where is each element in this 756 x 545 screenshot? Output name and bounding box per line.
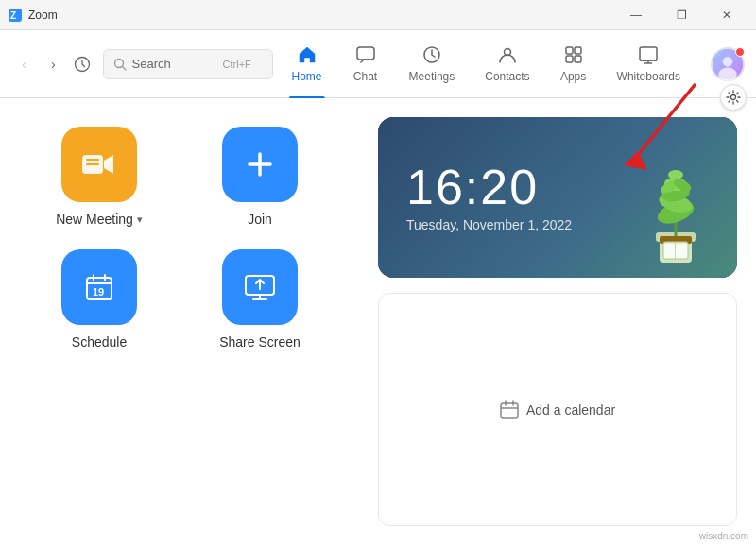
new-meeting-item[interactable]: New Meeting ▾ — [38, 127, 161, 227]
settings-gear-button[interactable] — [720, 84, 747, 111]
tab-meetings-label: Meetings — [409, 70, 455, 83]
app-icon: Z — [8, 8, 23, 23]
share-screen-label: Share Screen — [219, 334, 301, 349]
svg-text:19: 19 — [93, 286, 104, 298]
calendar-icon — [500, 400, 519, 419]
dropdown-arrow-icon: ▾ — [137, 213, 143, 226]
whiteboards-icon — [638, 44, 659, 68]
svg-rect-5 — [357, 47, 374, 60]
svg-point-50 — [731, 95, 736, 100]
avatar[interactable] — [711, 47, 745, 81]
tab-contacts-label: Contacts — [485, 70, 529, 83]
home-icon — [297, 44, 318, 68]
svg-line-4 — [122, 66, 126, 70]
right-panel: 16:20 Tuesday, November 1, 2022 — [359, 98, 756, 545]
new-meeting-label: New Meeting ▾ — [56, 212, 143, 227]
search-input[interactable] — [132, 57, 217, 71]
join-label: Join — [248, 212, 272, 227]
left-panel: New Meeting ▾ Join — [0, 98, 359, 545]
join-item[interactable]: Join — [198, 127, 321, 227]
chat-icon — [355, 44, 376, 68]
close-button[interactable]: ✕ — [705, 0, 748, 30]
svg-rect-10 — [566, 56, 573, 62]
clock-widget: 16:20 Tuesday, November 1, 2022 — [378, 117, 737, 278]
svg-rect-21 — [86, 163, 99, 165]
tab-chat[interactable]: Chat — [337, 30, 394, 98]
nav-tabs: Home Chat Meetings — [277, 30, 696, 98]
app-title: Zoom — [28, 9, 614, 22]
toolbar: ‹ › Ctrl+F Home — [0, 30, 756, 98]
tab-contacts[interactable]: Contacts — [470, 30, 544, 98]
tab-home-label: Home — [292, 70, 322, 83]
contacts-icon — [497, 44, 518, 68]
title-bar: Z Zoom — ❐ ✕ — [0, 0, 756, 30]
add-calendar-area: Add a calendar — [500, 400, 615, 419]
plant-svg — [633, 151, 718, 274]
maximize-button[interactable]: ❐ — [660, 0, 703, 30]
svg-rect-11 — [575, 56, 581, 62]
apps-icon — [563, 44, 584, 68]
clock-time: 16:20 — [406, 162, 572, 212]
share-screen-button[interactable] — [222, 249, 298, 325]
join-button[interactable] — [222, 127, 298, 202]
main-content: New Meeting ▾ Join — [0, 98, 756, 545]
notification-badge — [735, 47, 745, 57]
window-controls[interactable]: — ❐ ✕ — [614, 0, 748, 30]
tab-apps-label: Apps — [560, 70, 586, 83]
svg-rect-9 — [575, 47, 581, 54]
profile-area — [711, 47, 745, 81]
tab-chat-label: Chat — [353, 70, 377, 83]
schedule-label: Schedule — [72, 334, 127, 349]
calendar-section[interactable]: Add a calendar — [378, 293, 737, 526]
svg-point-17 — [723, 57, 733, 67]
svg-rect-8 — [566, 47, 573, 54]
back-button[interactable]: ‹ — [11, 51, 37, 77]
clock-time-area: 16:20 Tuesday, November 1, 2022 — [406, 162, 572, 232]
share-screen-item[interactable]: Share Screen — [198, 249, 321, 349]
tab-meetings[interactable]: Meetings — [394, 30, 471, 98]
new-meeting-button[interactable] — [61, 127, 137, 202]
minimize-button[interactable]: — — [614, 0, 658, 30]
plant-decoration — [633, 151, 718, 278]
tab-whiteboards[interactable]: Whiteboards — [602, 30, 696, 98]
schedule-item[interactable]: 19 Schedule — [38, 249, 161, 349]
gear-icon — [726, 90, 741, 105]
svg-text:Z: Z — [10, 10, 16, 21]
meetings-icon — [421, 44, 442, 68]
tab-apps[interactable]: Apps — [545, 30, 602, 98]
watermark: wisxdn.com — [699, 531, 748, 541]
forward-button[interactable]: › — [41, 51, 66, 77]
search-icon — [113, 58, 127, 71]
clock-date: Tuesday, November 1, 2022 — [406, 217, 572, 232]
action-grid: New Meeting ▾ Join — [38, 127, 321, 349]
schedule-button[interactable]: 19 — [61, 249, 137, 325]
svg-point-42 — [668, 170, 683, 179]
tab-home[interactable]: Home — [277, 30, 337, 98]
svg-point-18 — [718, 67, 737, 80]
add-calendar-label: Add a calendar — [526, 402, 615, 417]
tab-whiteboards-label: Whiteboards — [617, 70, 680, 83]
search-shortcut: Ctrl+F — [223, 59, 251, 70]
svg-rect-46 — [501, 403, 518, 418]
history-button[interactable] — [70, 51, 95, 77]
svg-rect-20 — [86, 159, 99, 161]
svg-rect-12 — [640, 47, 657, 60]
search-box: Ctrl+F — [103, 49, 273, 79]
